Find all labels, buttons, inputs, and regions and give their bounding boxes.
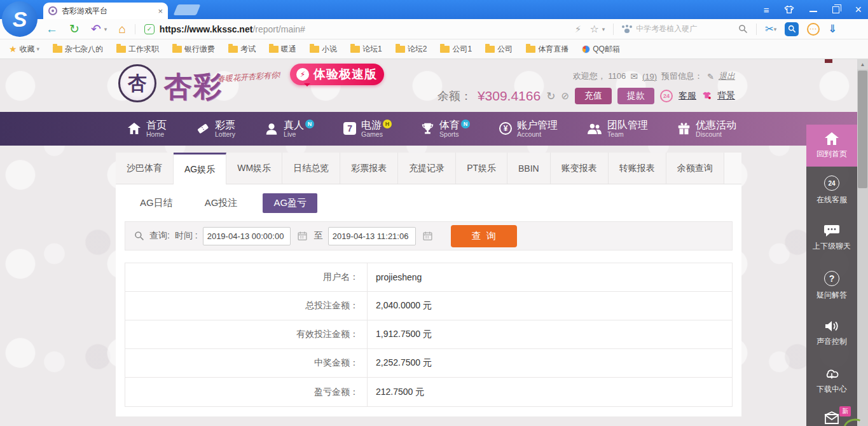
- close-button[interactable]: ×: [855, 4, 862, 15]
- sogou-search-tool-icon[interactable]: [785, 22, 799, 36]
- subtab-ag-daily[interactable]: AG日结: [134, 193, 179, 213]
- bookmark-item[interactable]: 公司: [485, 44, 513, 55]
- toolbar-search-icon[interactable]: [738, 24, 748, 34]
- site-header: 杏 杏彩 春暖花开杏彩有你! ⚡ 体验极速版 欢迎您， 1106 ✉ (19) …: [0, 59, 857, 112]
- reserved-info-label: 预留信息：: [661, 71, 703, 82]
- accelerate-icon[interactable]: ⚡: [575, 24, 582, 35]
- customer-service-link[interactable]: 客服: [679, 90, 696, 102]
- bookmark-item[interactable]: 体育直播: [526, 44, 568, 55]
- end-calendar-icon[interactable]: [422, 231, 433, 241]
- team-icon: [587, 122, 602, 135]
- favorites-menu[interactable]: ★收藏▾: [9, 44, 39, 55]
- withdraw-button[interactable]: 提款: [617, 88, 654, 104]
- profit-loss-table: 用户名： projiesheng 总投注金额： 2,040.0000 元 有效投…: [125, 263, 733, 407]
- tab-ag-entertainment[interactable]: AG娱乐: [174, 153, 226, 184]
- balance-hide-icon[interactable]: ⊘: [561, 90, 569, 102]
- subtab-ag-profit-loss[interactable]: AG盈亏: [263, 193, 317, 213]
- start-time-input[interactable]: [203, 227, 291, 245]
- bookmark-item-qq-mail[interactable]: QQ邮箱: [582, 44, 620, 55]
- start-calendar-icon[interactable]: [297, 231, 308, 241]
- qq-mail-icon: [582, 45, 590, 53]
- browser-tab[interactable]: 杏彩游戏平台 ×: [43, 3, 168, 19]
- more-tools-icon[interactable]: ···: [807, 23, 820, 36]
- speed-version-button[interactable]: ⚡ 体验极速版: [290, 64, 384, 85]
- gift-icon: [677, 122, 691, 135]
- theme-shirt-icon[interactable]: [702, 90, 712, 102]
- bookmark-item[interactable]: 银行缴费: [172, 44, 215, 55]
- back-icon[interactable]: ←: [46, 23, 58, 35]
- menu-icon[interactable]: ≡: [764, 5, 769, 15]
- faq-button[interactable]: ? 疑问解答: [806, 262, 857, 310]
- table-row: 用户名： projiesheng: [125, 263, 732, 292]
- new-tab-button[interactable]: [174, 4, 201, 15]
- screenshot-scissors-icon[interactable]: ✂: [765, 23, 773, 35]
- nav-item-home[interactable]: 首页Home: [127, 120, 167, 138]
- tab-transfer-report[interactable]: 转账报表: [609, 153, 666, 184]
- tab-shaba-sports[interactable]: 沙巴体育: [116, 153, 174, 184]
- bookmark-item[interactable]: 工作求职: [116, 44, 159, 55]
- bookmark-item[interactable]: 考试: [228, 44, 256, 55]
- bookmark-item[interactable]: 小说: [310, 44, 337, 55]
- row-label: 有效投注金额：: [125, 320, 368, 348]
- download-manager-icon[interactable]: ⇓: [828, 22, 837, 36]
- chat-button[interactable]: 上下级聊天: [806, 214, 857, 262]
- screenshot-dropdown-icon[interactable]: ▾: [774, 26, 777, 32]
- balance-label: 余额：: [437, 88, 472, 104]
- nav-item-live[interactable]: 真人NLive: [265, 120, 314, 138]
- skin-icon[interactable]: [784, 5, 794, 14]
- balance-refresh-icon[interactable]: ↻: [546, 90, 555, 103]
- tab-bbin[interactable]: BBIN: [507, 153, 551, 184]
- scrollbar-up-arrow[interactable]: ▲: [857, 59, 868, 69]
- edit-icon[interactable]: ✎: [707, 72, 714, 81]
- bookmark-item[interactable]: 公司1: [440, 44, 472, 55]
- nav-item-account[interactable]: ¥ 账户管理Account: [499, 120, 558, 138]
- online-service-button[interactable]: 24 在线客服: [806, 167, 857, 214]
- browser-home-icon[interactable]: ⌂: [118, 23, 125, 35]
- bookmark-star-icon[interactable]: ☆: [589, 23, 598, 35]
- tab-daily-summary[interactable]: 日结总览: [282, 153, 340, 184]
- restore-button[interactable]: [832, 5, 839, 15]
- main-navigation: 首页Home 彩票Lottery 真人NLive 7 电游HGames 体育NS…: [0, 112, 857, 146]
- background-link[interactable]: 背景: [717, 90, 735, 102]
- nav-item-sports[interactable]: 体育NSports: [421, 120, 470, 138]
- bookmark-item[interactable]: 暖通: [269, 44, 296, 55]
- tab-balance-query[interactable]: 余额查询: [666, 153, 724, 184]
- tab-lottery-report[interactable]: 彩票报表: [340, 153, 398, 184]
- scrollbar-thumb[interactable]: [858, 71, 867, 188]
- undo-closed-tab-icon[interactable]: ↶: [91, 23, 101, 35]
- tab-account-change-report[interactable]: 账变报表: [551, 153, 609, 184]
- recharge-button[interactable]: 充值: [575, 88, 612, 104]
- nav-item-team[interactable]: 团队管理Team: [587, 120, 648, 138]
- query-submit-button[interactable]: 查询: [451, 225, 517, 247]
- address-bar[interactable]: ✓ https://www.kkssc.net/report/main#: [135, 24, 572, 34]
- bookmark-dropdown-icon[interactable]: ▾: [602, 26, 605, 32]
- subtab-ag-bets[interactable]: AG投注: [198, 193, 244, 213]
- nav-item-discount[interactable]: 优惠活动Discount: [677, 120, 736, 138]
- between-label: 至: [314, 230, 323, 242]
- refresh-icon[interactable]: ↻: [69, 23, 79, 35]
- back-to-home-button[interactable]: 回到首页: [806, 125, 857, 167]
- mail-count[interactable]: (19): [642, 72, 657, 81]
- home-icon: [127, 122, 141, 135]
- toolbar-search-box[interactable]: 中学考卷植入硬广: [622, 24, 748, 34]
- bookmark-item[interactable]: 论坛2: [396, 44, 427, 55]
- page-scrollbar[interactable]: ▲: [857, 59, 868, 426]
- site-brand[interactable]: 杏彩: [164, 68, 223, 106]
- sogou-browser-logo[interactable]: S: [2, 1, 38, 37]
- bookmark-item[interactable]: 论坛1: [350, 44, 382, 55]
- nav-item-games[interactable]: 7 电游HGames: [343, 120, 392, 138]
- nav-item-lottery[interactable]: 彩票Lottery: [196, 120, 235, 138]
- tab-close-icon[interactable]: ×: [158, 6, 163, 16]
- end-time-input[interactable]: [328, 227, 416, 245]
- sound-control-button[interactable]: 声音控制: [806, 310, 857, 357]
- undo-dropdown-icon[interactable]: ▾: [104, 26, 107, 32]
- logout-link[interactable]: 退出: [719, 71, 735, 82]
- bookmark-item[interactable]: 杂七杂八的: [53, 44, 103, 55]
- tab-deposit-withdraw-records[interactable]: 充提记录: [398, 153, 456, 184]
- download-center-button[interactable]: 下载中心: [806, 357, 857, 405]
- mail-icon[interactable]: ✉: [630, 71, 638, 81]
- tab-pt-entertainment[interactable]: PT娱乐: [456, 153, 507, 184]
- site-logo-emblem[interactable]: 杏: [118, 64, 156, 102]
- tab-wm-entertainment[interactable]: WM娱乐: [226, 153, 282, 184]
- minimize-button[interactable]: [809, 5, 817, 15]
